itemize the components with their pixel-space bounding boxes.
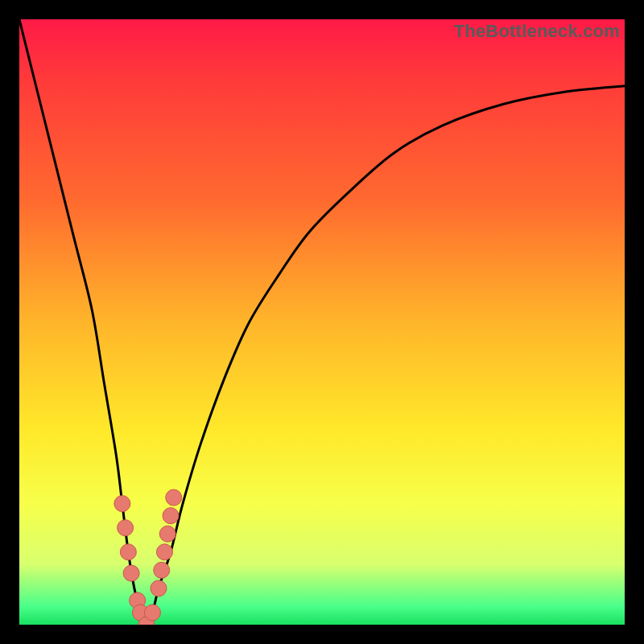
marker-dot (151, 580, 167, 597)
marker-dot (154, 562, 170, 578)
marker-dot (166, 489, 182, 506)
chart-svg (19, 19, 625, 625)
plot-area: TheBottleneck.com (19, 19, 625, 625)
marker-dot (120, 544, 136, 560)
curve-path (19, 19, 625, 625)
marker-dot (114, 496, 130, 512)
watermark-text: TheBottleneck.com (454, 21, 620, 42)
marker-cluster (114, 489, 182, 625)
marker-dot (163, 508, 179, 524)
marker-dot (118, 520, 134, 536)
marker-dot (159, 526, 175, 542)
bottleneck-curve (19, 19, 625, 625)
chart-frame: TheBottleneck.com (0, 0, 644, 644)
marker-dot (144, 605, 160, 621)
marker-dot (123, 565, 139, 581)
marker-dot (156, 544, 172, 560)
